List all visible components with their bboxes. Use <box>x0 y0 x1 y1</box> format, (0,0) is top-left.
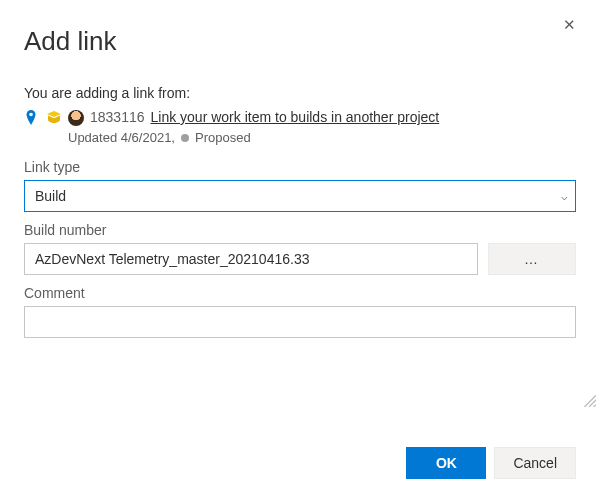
cancel-button[interactable]: Cancel <box>494 447 576 479</box>
work-item-link[interactable]: Link your work item to builds in another… <box>151 109 440 125</box>
browse-button[interactable]: … <box>488 243 576 275</box>
ok-button[interactable]: OK <box>406 447 486 479</box>
svg-line-3 <box>594 405 596 407</box>
work-item-meta: Updated 4/6/2021, Proposed <box>68 130 576 145</box>
close-button[interactable]: ✕ <box>559 12 580 38</box>
work-item-type-icon <box>46 110 62 125</box>
comment-label: Comment <box>24 285 576 301</box>
avatar <box>68 110 84 126</box>
build-number-input[interactable] <box>24 243 478 275</box>
svg-point-0 <box>29 113 33 117</box>
link-type-label: Link type <box>24 159 576 175</box>
work-item-id: 1833116 <box>90 109 145 125</box>
build-number-label: Build number <box>24 222 576 238</box>
intro-text: You are adding a link from: <box>24 85 576 101</box>
dialog-title: Add link <box>24 26 576 57</box>
dialog-footer: OK Cancel <box>406 447 576 479</box>
state-text: Proposed <box>195 130 251 145</box>
link-type-select[interactable]: Build <box>24 180 576 212</box>
work-item-row: 1833116 Link your work item to builds in… <box>24 109 576 126</box>
updated-text: Updated 4/6/2021, <box>68 130 175 145</box>
pin-icon <box>24 110 38 126</box>
comment-input[interactable] <box>24 306 576 338</box>
resize-grip-icon[interactable] <box>582 393 596 407</box>
state-dot-icon <box>181 134 189 142</box>
